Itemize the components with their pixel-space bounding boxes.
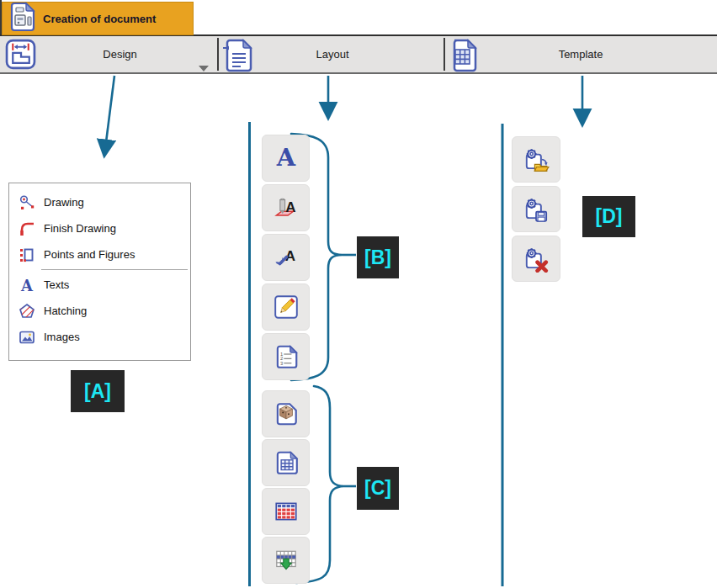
menu-item-label: Points and Figures [44,248,135,261]
annotation-label-b: [B] [357,236,399,278]
text-settings-button[interactable]: A [262,234,310,281]
hatching-icon [16,302,38,320]
design-ribbon-icon[interactable] [5,39,36,70]
ribbon-separator [217,38,219,71]
table-filled-icon [273,498,300,525]
annotation-label-d: [D] [582,196,635,237]
menu-item-label: Hatching [44,305,87,317]
toolbar-group-c [262,390,310,584]
table-arrow-icon [273,547,300,574]
menu-item-drawing[interactable]: Drawing [9,189,190,215]
layout-ribbon-icon[interactable] [221,37,255,74]
ribbon-separator [443,38,445,71]
text-engraving-button[interactable]: A [262,184,310,231]
menu-item-texts[interactable]: ATexts [9,272,190,298]
cube-document-icon [273,400,300,427]
menu-separator [41,269,188,270]
3d-view-document-button[interactable] [262,390,310,437]
text-wrench-icon: A [273,244,300,271]
ribbon-section-layout[interactable]: Layout [252,36,412,72]
numbered-list-button[interactable]: 123 [262,333,310,380]
window: Creation of document Design [0,0,717,588]
menu-item-label: Texts [44,278,69,291]
template-open-button[interactable] [512,136,560,183]
text-tool-icon: A [273,194,300,221]
toolbar-group-d [512,136,560,282]
text-a-icon: A [273,145,300,172]
ribbon-section-template[interactable]: Template [480,36,682,72]
table-document-button[interactable] [262,439,310,486]
menu-item-label: Drawing [44,196,84,209]
tab-title: Creation of document [43,13,156,25]
chevron-down-icon[interactable] [199,66,209,72]
texts-icon: A [16,276,38,294]
points-and-figures-icon [16,246,38,264]
menu-item-label: Finish Drawing [44,222,116,235]
toolbar-group-b: AAA123 [262,135,310,380]
template-save-button[interactable] [512,186,560,232]
menu-item-points-and-figures[interactable]: Points and Figures [9,241,190,268]
document-tab[interactable]: Creation of document [2,2,194,35]
svg-text:3: 3 [280,361,283,366]
texts-button[interactable]: A [262,135,310,182]
menu-item-label: Images [44,331,80,343]
template-delete-button[interactable] [512,236,560,282]
ribbon: Design Layout Templ [0,34,717,74]
svg-text:A: A [285,199,295,215]
annotation-label-a: [A] [71,370,125,412]
svg-text:A: A [20,277,34,294]
design-dropdown-menu: DrawingFinish DrawingPoints and FiguresA… [8,183,191,361]
table-insert-row-button[interactable] [262,537,310,584]
template-delete-icon [523,246,550,273]
menu-item-hatching[interactable]: Hatching [9,298,190,324]
document-machine-icon [8,2,37,35]
pencil-icon [273,294,300,320]
table-button[interactable] [262,488,310,535]
images-icon [16,328,38,347]
drawing-icon [16,193,38,212]
svg-text:A: A [275,145,295,172]
table-document-icon [273,449,300,476]
template-ribbon-icon[interactable] [447,38,479,73]
template-open-icon [523,146,550,173]
template-save-icon [523,196,550,223]
finish-drawing-icon [16,220,38,238]
edit-button[interactable] [262,283,310,331]
menu-item-finish-drawing[interactable]: Finish Drawing [9,215,190,241]
ribbon-section-design[interactable]: Design [38,36,202,72]
arrow-design [104,76,114,156]
menu-item-images[interactable]: Images [9,324,190,350]
annotation-label-c: [C] [357,467,399,510]
numbered-list-icon: 123 [273,343,300,370]
